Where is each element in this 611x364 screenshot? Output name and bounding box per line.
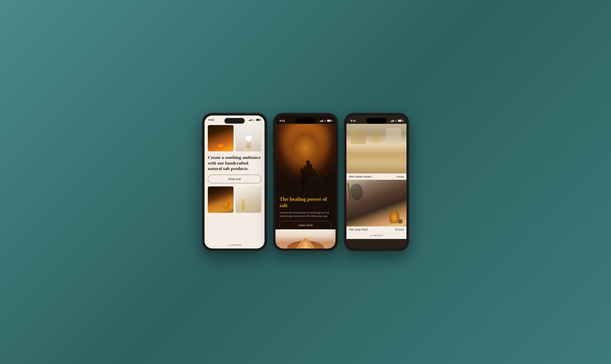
phones-container: 9:41 ▲ Create a soothing ambiance with (202, 113, 409, 251)
product-price-2: 25 euro (395, 228, 404, 231)
phone1-content: Create a soothing ambiance with our hand… (205, 123, 265, 242)
phone1-footer: 🔒 latkowski.pl (205, 242, 265, 248)
wifi-icon-3: ▲ (395, 120, 397, 122)
battery-icon-1 (256, 119, 260, 121)
shop-now-button[interactable]: Shop now (208, 175, 261, 183)
phone1-img-lamp-white (235, 125, 261, 151)
learn-more-button[interactable]: Learn more (280, 221, 331, 229)
wifi-icon-1: ▲ (253, 119, 255, 121)
phone2-subtext: Discover the ancient power of salt throu… (280, 211, 331, 218)
status-time-3: 9:41 (351, 119, 356, 122)
phone2-bottom-img (275, 229, 336, 248)
product-name-2: Salt Lamp Pearl (349, 228, 368, 231)
phone1-image-row-top (208, 125, 261, 151)
phone1-img-lamp-dark (208, 125, 234, 151)
salt-mountain-svg (287, 232, 324, 248)
product-card-2[interactable]: Salt Lamp Pearl 25 euro (346, 180, 406, 233)
dynamic-island-2 (295, 118, 316, 124)
lock-icon-3: 🔒 (370, 234, 372, 236)
status-time-2: 9:41 (280, 119, 285, 122)
status-icons-1: ▲ (249, 119, 260, 121)
phone1-footer-text: latkowski.pl (231, 244, 241, 246)
dynamic-island-1 (224, 118, 245, 124)
phone1-headline: Create a soothing ambiance with our hand… (208, 155, 261, 171)
lock-icon-1: 🔒 (228, 244, 230, 246)
product-img-candle (346, 124, 406, 173)
phone1-image-row-bottom (208, 186, 261, 213)
dynamic-island-3 (366, 118, 387, 124)
battery-icon-2 (327, 120, 331, 122)
phone1-img-bottom-right (235, 186, 261, 213)
product-label-row-2: Salt Lamp Pearl 25 euro (346, 226, 406, 233)
wifi-icon-2: ▲ (324, 120, 326, 122)
hero-hand-svg (294, 152, 317, 193)
phone3-footer: 🔒 latkowski.pl (346, 233, 406, 239)
product-img-lamp (346, 180, 406, 226)
product-card-1[interactable]: Salt Candle Holder I 8 euro (346, 124, 406, 180)
phone2-text-area: The healing power of salt Discover the a… (275, 193, 336, 229)
battery-icon-3 (398, 120, 403, 122)
phone3-footer-text: latkowski.pl (373, 234, 383, 236)
phone2-headline: The healing power of salt (280, 196, 331, 208)
product-name-1: Salt Candle Holder I (349, 175, 372, 178)
phone-2: 9:41 ▲ (273, 113, 338, 251)
signal-bars-1 (249, 119, 252, 121)
signal-bars-3 (391, 120, 394, 122)
phone-3: 9:41 ▲ (344, 113, 409, 251)
phone2-hero (275, 124, 336, 193)
phone1-img-bottom-left (208, 186, 234, 213)
status-time-1: 9:41 (208, 118, 214, 121)
product-label-row-1: Salt Candle Holder I 8 euro (346, 173, 406, 180)
phone-1: 9:41 ▲ Create a soothing ambiance with (202, 113, 267, 251)
status-icons-3: ▲ (391, 120, 403, 122)
status-icons-2: ▲ (320, 120, 331, 122)
product-price-1: 8 euro (397, 175, 404, 178)
signal-bars-2 (320, 120, 323, 122)
